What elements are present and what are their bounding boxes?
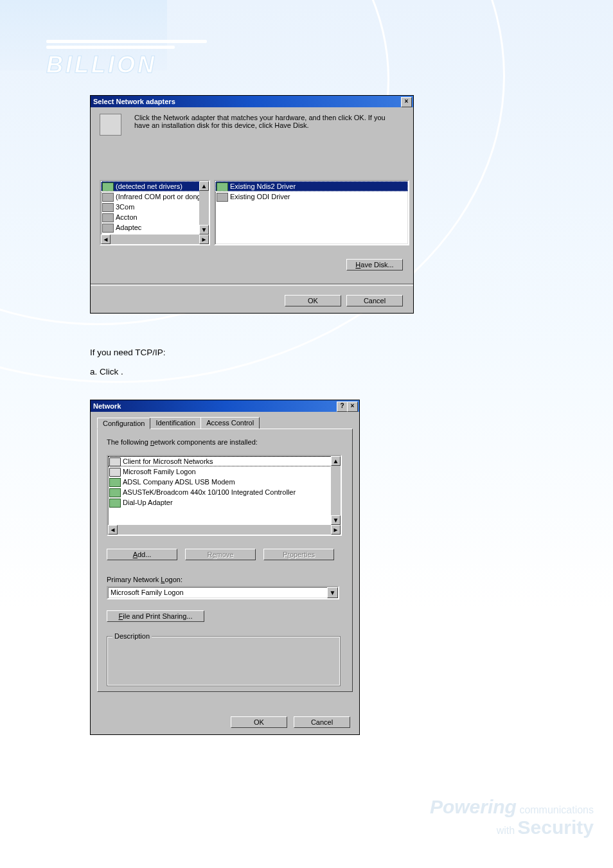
ok-button[interactable]: OK bbox=[231, 716, 287, 728]
list-item[interactable]: 3Com bbox=[101, 202, 209, 212]
scroll-down-icon[interactable]: ▼ bbox=[199, 225, 209, 235]
ok-button[interactable]: OK bbox=[285, 295, 341, 306]
adapter-icon bbox=[100, 114, 121, 136]
list-item[interactable]: Microsoft Family Logon bbox=[108, 466, 341, 477]
remove-button: Remove bbox=[185, 549, 256, 560]
help-icon[interactable]: ? bbox=[337, 402, 348, 412]
scroll-down-icon[interactable]: ▼ bbox=[331, 515, 341, 525]
primary-network-logon-combo[interactable]: Microsoft Family Logon ▼ bbox=[107, 586, 339, 599]
tab-identification[interactable]: Identification bbox=[150, 417, 201, 429]
dialog-titlebar[interactable]: Network ? × bbox=[91, 400, 359, 412]
list-item[interactable]: ADSL Company ADSL USB Modem bbox=[108, 477, 341, 487]
list-item[interactable]: Existing ODI Driver bbox=[215, 191, 408, 202]
select-network-adapters-dialog: Select Network adapters × Click the Netw… bbox=[90, 95, 414, 314]
horizontal-scrollbar[interactable]: ◄ ► bbox=[101, 235, 209, 244]
description-group: Description bbox=[107, 636, 341, 686]
tab-configuration[interactable]: Configuration bbox=[97, 418, 150, 429]
properties-button: Properties bbox=[263, 549, 334, 560]
tabbar: Configuration Identification Access Cont… bbox=[97, 417, 353, 429]
list-item[interactable]: Adaptec bbox=[101, 222, 209, 233]
close-icon[interactable]: × bbox=[401, 97, 412, 107]
components-listbox[interactable]: Client for Microsoft Networks Microsoft … bbox=[107, 455, 342, 536]
file-and-print-sharing-button[interactable]: File and Print Sharing... bbox=[107, 610, 204, 622]
dialog-title: Network bbox=[93, 402, 121, 410]
close-icon[interactable]: × bbox=[347, 402, 358, 412]
primary-network-logon-label: Primary Network Logon: bbox=[107, 576, 182, 583]
list-item[interactable]: ASUSTeK/Broadcom 440x 10/100 Integrated … bbox=[108, 487, 341, 497]
list-item[interactable]: Accton bbox=[101, 212, 209, 222]
installed-components-label: The following network components are ins… bbox=[107, 438, 258, 446]
cancel-button[interactable]: Cancel bbox=[294, 716, 350, 728]
scroll-right-icon[interactable]: ► bbox=[331, 525, 341, 535]
dialog-message: Click the Network adapter that matches y… bbox=[134, 114, 399, 129]
description-label: Description bbox=[112, 632, 152, 640]
network-dialog: Network ? × Configuration Identification… bbox=[90, 400, 360, 735]
instruction-text: If you need TCP/IP: a. Click . bbox=[90, 343, 166, 382]
list-item[interactable]: (detected net drivers) bbox=[101, 181, 209, 191]
list-item[interactable]: (Infrared COM port or dongle) bbox=[101, 191, 209, 202]
dialog-titlebar[interactable]: Select Network adapters × bbox=[91, 96, 413, 107]
cancel-button[interactable]: Cancel bbox=[346, 295, 403, 306]
have-disk-button[interactable]: Have Disk... bbox=[346, 259, 403, 270]
scroll-up-icon[interactable]: ▲ bbox=[199, 181, 209, 191]
horizontal-scrollbar[interactable]: ◄ ► bbox=[108, 525, 341, 535]
separator bbox=[91, 283, 413, 286]
list-item[interactable]: Dial-Up Adapter bbox=[108, 497, 341, 508]
brand-logo: BILLION bbox=[46, 40, 207, 78]
tab-panel: The following network components are ins… bbox=[97, 429, 353, 692]
list-item[interactable]: Client for Microsoft Networks bbox=[108, 456, 341, 466]
footer-slogan: Powering communications with Security bbox=[430, 796, 594, 838]
scroll-left-icon[interactable]: ◄ bbox=[108, 525, 118, 535]
dialog-title: Select Network adapters bbox=[93, 98, 175, 105]
scroll-up-icon[interactable]: ▲ bbox=[331, 456, 341, 466]
list-item[interactable]: Existing Ndis2 Driver bbox=[215, 181, 408, 191]
manufacturers-listbox[interactable]: (detected net drivers) (Infrared COM por… bbox=[100, 180, 210, 245]
network-adapters-listbox[interactable]: Existing Ndis2 Driver Existing ODI Drive… bbox=[214, 180, 409, 245]
vertical-scrollbar[interactable]: ▲ ▼ bbox=[331, 456, 341, 535]
chevron-down-icon[interactable]: ▼ bbox=[327, 587, 338, 598]
add-button[interactable]: Add... bbox=[107, 549, 177, 560]
scroll-left-icon[interactable]: ◄ bbox=[101, 235, 111, 244]
scroll-right-icon[interactable]: ► bbox=[199, 235, 209, 244]
tab-access-control[interactable]: Access Control bbox=[200, 417, 260, 429]
